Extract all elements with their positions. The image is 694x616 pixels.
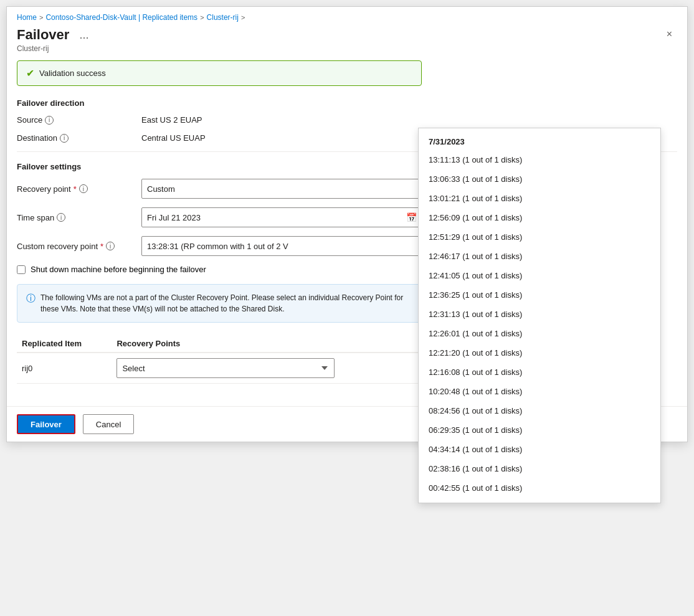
recovery-point-required: * xyxy=(74,184,77,194)
custom-rp-required: * xyxy=(100,242,103,251)
source-info-icon[interactable]: i xyxy=(45,116,54,125)
source-value: East US 2 EUAP xyxy=(141,115,202,125)
chevron-icon-3: > xyxy=(241,14,245,21)
chevron-icon-2: > xyxy=(200,14,204,21)
dropdown-item[interactable]: 06:29:35 (1 out of 1 disks) xyxy=(419,420,660,440)
info-banner-icon: ⓘ xyxy=(26,293,36,315)
failover-direction-title: Failover direction xyxy=(17,98,677,108)
recovery-point-info-icon[interactable]: i xyxy=(79,184,88,193)
replicated-table: Replicated Item Recovery Points rij0Sele… xyxy=(17,335,422,384)
info-banner: ⓘ The following VMs are not a part of th… xyxy=(17,284,422,323)
page-title: Failover xyxy=(17,27,69,43)
dropdown-item[interactable]: 12:36:25 (1 out of 1 disks) xyxy=(419,285,660,305)
select-wrapper: Select xyxy=(116,358,335,378)
custom-rp-info-icon[interactable]: i xyxy=(106,242,115,250)
dropdown-item[interactable]: 12:21:20 (1 out of 1 disks) xyxy=(419,343,660,362)
validation-banner: ✔ Validation success xyxy=(17,60,422,86)
panel-header: Failover ... Cluster-rij × xyxy=(7,24,687,60)
dropdown-item[interactable]: 12:26:01 (1 out of 1 disks) xyxy=(419,324,660,343)
col-recovery-points: Recovery Points xyxy=(112,335,422,353)
breadcrumb-home[interactable]: Home xyxy=(17,13,37,22)
dropdown-item[interactable]: 13:01:21 (1 out of 1 disks) xyxy=(419,189,660,208)
recovery-point-select[interactable]: Select xyxy=(116,358,335,378)
breadcrumb-cluster[interactable]: Cluster-rij xyxy=(207,13,239,22)
shutdown-checkbox-label[interactable]: Shut down machine before beginning the f… xyxy=(31,265,206,274)
breadcrumb: Home > Contoso-Shared-Disk-Vault | Repli… xyxy=(7,7,687,24)
failover-button[interactable]: Failover xyxy=(17,414,75,434)
time-span-row: Time span i 📅 xyxy=(17,207,422,227)
source-row: Source i East US 2 EUAP xyxy=(17,115,422,125)
dropdown-items-container: 13:11:13 (1 out of 1 disks)13:06:33 (1 o… xyxy=(419,150,660,498)
recovery-point-dropdown-panel[interactable]: 7/31/2023 13:11:13 (1 out of 1 disks)13:… xyxy=(418,128,661,503)
dropdown-item[interactable]: 00:42:55 (1 out of 1 disks) xyxy=(419,478,660,498)
dropdown-item[interactable]: 13:06:33 (1 out of 1 disks) xyxy=(419,169,660,189)
calendar-icon[interactable]: 📅 xyxy=(406,212,417,222)
dropdown-item[interactable]: 12:51:29 (1 out of 1 disks) xyxy=(419,227,660,247)
shutdown-checkbox-row: Shut down machine before beginning the f… xyxy=(17,265,422,274)
destination-value: Central US EUAP xyxy=(141,133,206,143)
content-area: ✔ Validation success Failover direction … xyxy=(7,60,687,406)
destination-row: Destination i Central US EUAP xyxy=(17,133,422,143)
dropdown-item[interactable]: 12:56:09 (1 out of 1 disks) xyxy=(419,208,660,227)
dropdown-item[interactable]: 04:34:14 (1 out of 1 disks) xyxy=(419,440,660,459)
dropdown-item[interactable]: 02:38:16 (1 out of 1 disks) xyxy=(419,459,660,478)
recovery-point-input[interactable] xyxy=(141,179,422,199)
recovery-point-row: Recovery point * i xyxy=(17,179,422,199)
dropdown-item[interactable]: 10:20:48 (1 out of 1 disks) xyxy=(419,382,660,401)
dropdown-item[interactable]: 08:24:56 (1 out of 1 disks) xyxy=(419,401,660,420)
check-icon: ✔ xyxy=(26,67,34,79)
dropdown-item[interactable]: 12:16:08 (1 out of 1 disks) xyxy=(419,362,660,382)
info-banner-text: The following VMs are not a part of the … xyxy=(40,292,412,315)
time-span-info-icon[interactable]: i xyxy=(57,213,65,222)
dropdown-item[interactable]: 12:41:05 (1 out of 1 disks) xyxy=(419,266,660,285)
ellipsis-button[interactable]: ... xyxy=(75,27,92,43)
dropdown-item[interactable]: 12:31:13 (1 out of 1 disks) xyxy=(419,305,660,324)
destination-label: Destination i xyxy=(17,133,141,143)
custom-recovery-point-label: Custom recovery point * i xyxy=(17,242,141,251)
page-subtitle: Cluster-rij xyxy=(17,44,92,53)
dropdown-panel-inner[interactable]: 7/31/2023 13:11:13 (1 out of 1 disks)13:… xyxy=(419,128,660,503)
custom-recovery-point-row: Custom recovery point * i xyxy=(17,236,422,256)
time-span-label: Time span i xyxy=(17,213,141,222)
dropdown-date-header: 7/31/2023 xyxy=(419,133,660,150)
breadcrumb-vault[interactable]: Contoso-Shared-Disk-Vault | Replicated i… xyxy=(45,13,197,22)
header-left: Failover ... Cluster-rij xyxy=(17,27,92,53)
dropdown-item[interactable]: 12:46:17 (1 out of 1 disks) xyxy=(419,247,660,266)
time-span-input-wrapper: 📅 xyxy=(141,207,422,227)
recovery-point-label: Recovery point * i xyxy=(17,184,141,194)
replicated-item-cell: rij0 xyxy=(17,353,112,384)
title-row: Failover ... xyxy=(17,27,92,43)
validation-text: Validation success xyxy=(39,69,106,78)
time-span-input[interactable] xyxy=(141,207,422,227)
chevron-icon: > xyxy=(39,14,43,21)
recovery-points-cell: Select xyxy=(112,353,422,384)
col-replicated-item: Replicated Item xyxy=(17,335,112,353)
close-button[interactable]: × xyxy=(662,27,677,42)
source-label: Source i xyxy=(17,115,141,125)
cancel-button[interactable]: Cancel xyxy=(83,414,134,434)
destination-info-icon[interactable]: i xyxy=(60,134,69,143)
dropdown-item[interactable]: 13:11:13 (1 out of 1 disks) xyxy=(419,150,660,169)
shutdown-checkbox[interactable] xyxy=(17,265,26,274)
table-row: rij0Select xyxy=(17,353,422,384)
custom-recovery-point-input[interactable] xyxy=(141,236,422,256)
